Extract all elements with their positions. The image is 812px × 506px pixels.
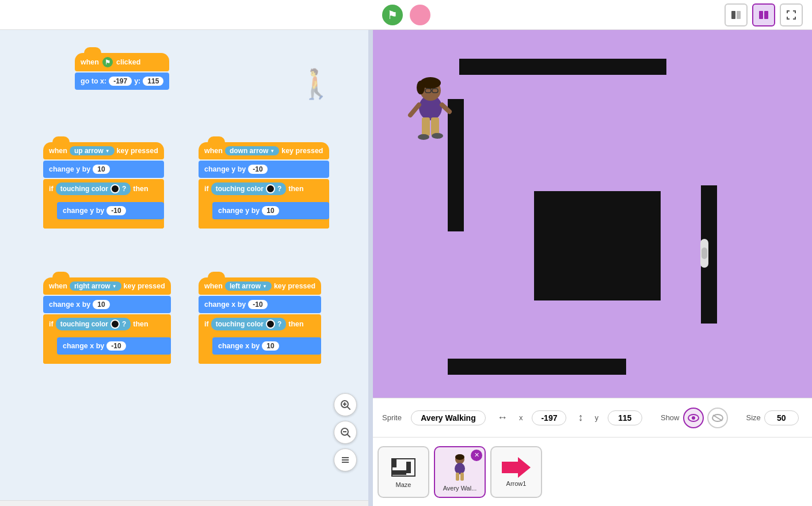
x-coord-input[interactable]: -197 xyxy=(532,410,566,425)
y-coord-label: y xyxy=(594,413,598,422)
svg-rect-39 xyxy=(456,473,459,481)
change-x-left-inner-block[interactable]: change x by 10 xyxy=(212,337,321,355)
zoom-out-button[interactable] xyxy=(334,421,357,444)
svg-rect-40 xyxy=(460,473,464,481)
when-left-block[interactable]: when left arrow ▼ key pressed xyxy=(199,277,321,295)
when-down-block[interactable]: when down arrow ▼ key pressed xyxy=(199,142,329,159)
up-stack: when up arrow ▼ key pressed change y by … xyxy=(43,142,164,229)
svg-point-25 xyxy=(418,134,429,140)
touching-label-left: touching color xyxy=(216,320,264,328)
goto-label: go to x: xyxy=(81,77,106,85)
divider[interactable] xyxy=(368,30,373,506)
if-touching-right-block[interactable]: if touching color ? then change x by -10 xyxy=(43,314,171,364)
zoom-controls xyxy=(334,393,357,471)
down-stack: when down arrow ▼ key pressed change y b… xyxy=(199,142,329,229)
then-right-label: then xyxy=(133,320,148,328)
y-arrows-icon: ↕ xyxy=(578,412,583,424)
sprite-thumb-arrow1[interactable]: Arrow1 xyxy=(490,446,542,498)
avery-delete-button[interactable]: ✕ xyxy=(471,450,482,461)
fullscreen-button[interactable] xyxy=(780,3,803,26)
if-header-right: if touching color ? then xyxy=(43,314,171,334)
if-up-label: if xyxy=(49,185,54,193)
right-block-group: when right arrow ▼ key pressed change x … xyxy=(43,277,171,364)
change-x-right-label: change x by xyxy=(49,300,90,309)
change-y-down-block[interactable]: change y by -10 xyxy=(199,161,329,178)
touching-color-left[interactable]: touching color ? xyxy=(211,318,287,330)
change-y-up-inner-label: change y by xyxy=(63,207,104,215)
right-stack: when right arrow ▼ key pressed change x … xyxy=(43,277,171,364)
svg-point-29 xyxy=(692,416,695,420)
change-x-left-block[interactable]: change x by -10 xyxy=(199,296,321,313)
goto-block[interactable]: go to x: -197 y: 115 xyxy=(75,73,169,90)
sprite-list: Maze ✕ Avery Wal... Arrow1 xyxy=(373,437,812,506)
if-touching-down-block[interactable]: if touching color ? then change y by 10 xyxy=(199,179,329,229)
change-y-up-label: change y by xyxy=(49,165,90,173)
fit-button[interactable] xyxy=(334,448,357,471)
if-header-down: if touching color ? then xyxy=(199,179,329,199)
zoom-in-button[interactable] xyxy=(334,393,357,416)
change-y-up-block[interactable]: change y by 10 xyxy=(43,161,164,178)
change-x-left-inner-val[interactable]: 10 xyxy=(262,341,279,351)
down-key-dropdown[interactable]: down arrow ▼ xyxy=(225,146,279,155)
size-input[interactable]: 50 xyxy=(764,410,799,425)
svg-point-38 xyxy=(455,463,465,474)
svg-rect-3 xyxy=(764,11,768,19)
change-x-right-block[interactable]: change x by 10 xyxy=(43,296,171,313)
if-footer-left xyxy=(199,358,321,364)
sprite-info-bar: Sprite Avery Walking ↔ x -197 ↕ y 115 Sh… xyxy=(373,398,812,437)
when-right-block[interactable]: when right arrow ▼ key pressed xyxy=(43,277,171,295)
touching-color-down[interactable]: touching color ? xyxy=(211,182,287,195)
key-pressed-down-label: key pressed xyxy=(281,147,323,155)
show-hidden-button[interactable] xyxy=(707,408,728,428)
if-touching-up-block[interactable]: if touching color ? then change y by -10 xyxy=(43,179,164,229)
change-x-right-val[interactable]: 10 xyxy=(93,300,109,309)
sprite-thumb-maze[interactable]: Maze xyxy=(378,446,429,498)
if-touching-left-block[interactable]: if touching color ? then change x by 10 xyxy=(199,314,321,364)
when-up-block[interactable]: when up arrow ▼ key pressed xyxy=(43,142,164,159)
change-y-down-val[interactable]: -10 xyxy=(248,165,267,174)
sprite-name-input[interactable]: Avery Walking xyxy=(411,410,486,425)
change-x-left-inner-label: change x by xyxy=(218,342,260,350)
up-key-dropdown[interactable]: up arrow ▼ xyxy=(70,146,115,155)
y-value[interactable]: 115 xyxy=(143,77,163,86)
color-dot-left xyxy=(266,319,275,329)
when-right-label: when xyxy=(49,282,67,290)
ghost-sprite-figure: 🚶 xyxy=(298,67,334,101)
down-block-group: when down arrow ▼ key pressed change y b… xyxy=(199,142,329,229)
change-y-up-inner-block[interactable]: change y by -10 xyxy=(57,202,164,219)
left-key-dropdown[interactable]: left arrow ▼ xyxy=(225,281,272,291)
change-x-right-inner-block[interactable]: change x by -10 xyxy=(57,337,171,355)
x-value[interactable]: -197 xyxy=(109,77,132,86)
change-y-down-inner-block[interactable]: change y by 10 xyxy=(212,202,329,219)
change-x-right-inner-val[interactable]: -10 xyxy=(106,341,125,351)
stop-button[interactable] xyxy=(410,5,430,25)
show-label: Show xyxy=(661,413,680,422)
change-x-left-label: change x by xyxy=(204,300,246,309)
svg-rect-2 xyxy=(759,11,763,19)
code-scrollbar-bottom[interactable] xyxy=(0,500,368,506)
change-x-left-val[interactable]: -10 xyxy=(248,300,267,309)
wall-top xyxy=(459,59,666,75)
change-y-up-inner-val[interactable]: -10 xyxy=(106,206,125,215)
right-key-dropdown[interactable]: right arrow ▼ xyxy=(70,281,121,291)
touching-color-up[interactable]: touching color ? xyxy=(56,182,131,195)
if-footer-up xyxy=(43,223,164,229)
if-left-label: if xyxy=(204,320,209,328)
green-flag-button[interactable] xyxy=(382,5,403,25)
sprite-thumb-avery[interactable]: ✕ Avery Wal... xyxy=(434,446,486,498)
avery-label: Avery Wal... xyxy=(443,485,477,492)
stage-canvas[interactable] xyxy=(373,30,812,398)
svg-line-10 xyxy=(348,435,350,437)
change-y-up-val[interactable]: 10 xyxy=(93,165,109,174)
view-controls xyxy=(725,3,803,26)
when-flag-clicked-block[interactable]: when ⚑ clicked xyxy=(75,53,169,71)
key-pressed-left-label: key pressed xyxy=(274,282,315,290)
size-group: Size 50 xyxy=(746,410,799,425)
code-view-button[interactable] xyxy=(725,3,748,26)
split-view-button[interactable] xyxy=(752,3,775,26)
change-y-down-inner-val[interactable]: 10 xyxy=(262,206,279,215)
touching-color-right[interactable]: touching color ? xyxy=(56,318,131,330)
y-coord-input[interactable]: 115 xyxy=(608,410,642,425)
show-visible-button[interactable] xyxy=(683,408,704,428)
init-block-group: when ⚑ clicked go to x: -197 y: 115 xyxy=(75,53,169,90)
